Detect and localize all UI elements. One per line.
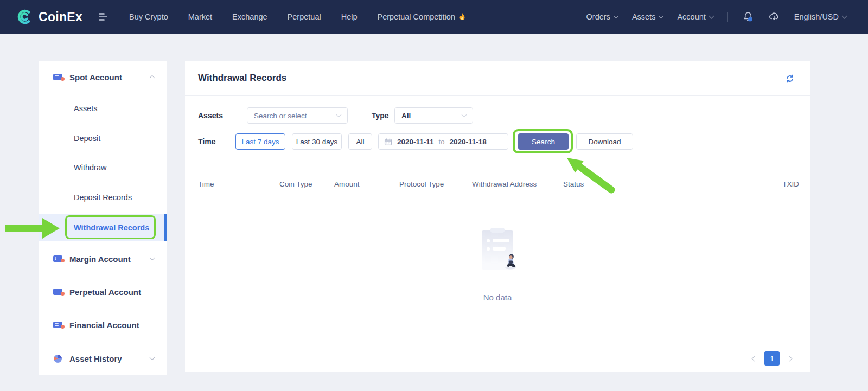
title-divider (185, 95, 810, 96)
sidebar-item-perpetual-account[interactable]: Perpetual Account (39, 284, 167, 300)
chevron-down-icon (659, 14, 664, 19)
hamburger-menu-icon[interactable] (99, 13, 108, 21)
assets-filter-label: Assets (198, 107, 223, 124)
chevron-down-icon (842, 14, 847, 19)
withdrawal-records-panel: Withdrawal Records Assets Search or sele… (185, 61, 810, 372)
perpetual-account-icon (52, 289, 63, 295)
sidebar-item-withdraw[interactable]: Withdraw (39, 159, 167, 176)
top-navbar: CoinEx Buy Crypto Market Exchange Perpet… (0, 0, 868, 34)
nav-right: Orders Assets Account English/USD (586, 11, 846, 23)
column-protocol-type: Protocol Type (399, 180, 472, 188)
nav-market[interactable]: Market (188, 12, 212, 21)
brand-name: CoinEx (39, 10, 82, 24)
calendar-icon (384, 138, 392, 146)
nav-separator (727, 12, 728, 22)
no-data-illustration (482, 230, 513, 270)
financial-account-icon (52, 322, 63, 328)
chevron-down-icon (462, 112, 467, 118)
time-last-7-days-button[interactable]: Last 7 days (235, 133, 285, 150)
column-coin-type: Coin Type (279, 180, 334, 188)
sidebar-item-assets[interactable]: Assets (39, 100, 167, 117)
nav-assets-dropdown[interactable]: Assets (632, 12, 663, 21)
nav-buy-crypto[interactable]: Buy Crypto (129, 12, 168, 21)
nav-perpetual[interactable]: Perpetual (288, 12, 321, 21)
date-separator: to (439, 138, 445, 146)
coinex-logo-icon (15, 8, 34, 26)
chevron-down-icon (613, 14, 618, 19)
refresh-icon[interactable] (785, 74, 795, 86)
coinex-logo[interactable]: CoinEx (15, 8, 82, 26)
asset-history-icon (52, 355, 63, 363)
chevron-down-icon (150, 255, 155, 261)
assets-select[interactable]: Search or select (247, 107, 348, 124)
spot-account-icon (52, 74, 63, 80)
empty-state: No data (185, 230, 810, 302)
previous-page-icon[interactable] (752, 357, 756, 361)
nav-exchange[interactable]: Exchange (232, 12, 267, 21)
sidebar-item-withdrawal-records[interactable]: Withdrawal Records (39, 214, 167, 241)
app-download-icon[interactable] (768, 11, 780, 23)
chevron-down-icon (150, 355, 155, 361)
time-last-30-days-button[interactable]: Last 30 days (292, 133, 342, 150)
nav-account-dropdown[interactable]: Account (677, 12, 713, 21)
type-filter-label: Type (372, 107, 389, 124)
sidebar-item-margin-account[interactable]: Margin Account (39, 251, 167, 267)
locale-selector[interactable]: English/USD (794, 12, 846, 21)
chevron-down-icon (336, 112, 342, 118)
column-time: Time (198, 180, 279, 188)
column-amount: Amount (334, 180, 399, 188)
sidebar-item-deposit[interactable]: Deposit (39, 130, 167, 146)
filter-row-time: Time Last 7 days Last 30 days All 2020-1… (185, 133, 810, 150)
margin-account-icon (52, 255, 63, 262)
chevron-up-icon (150, 75, 155, 81)
search-button[interactable]: Search (518, 133, 569, 150)
account-sidebar: Spot Account Assets Deposit Withdraw Dep… (39, 61, 167, 375)
sidebar-item-financial-account[interactable]: Financial Account (39, 317, 167, 333)
nav-help[interactable]: Help (341, 12, 358, 21)
flame-icon (458, 12, 466, 21)
column-withdrawal-address: Withdrawal Address (472, 180, 563, 188)
type-select[interactable]: All (394, 107, 473, 124)
time-all-button[interactable]: All (348, 133, 372, 150)
date-from-value[interactable]: 2020-11-11 (397, 138, 434, 146)
sitting-person-illustration (503, 253, 518, 272)
date-range-picker[interactable]: 2020-11-11 to 2020-11-18 (378, 133, 508, 150)
filter-row-assets-type: Assets Search or select Type All (185, 107, 810, 124)
sidebar-item-deposit-records[interactable]: Deposit Records (39, 189, 167, 206)
pagination: 1 (752, 351, 792, 366)
sidebar-item-spot-account[interactable]: Spot Account (39, 69, 167, 85)
date-to-value[interactable]: 2020-11-18 (449, 138, 486, 146)
nav-perpetual-competition[interactable]: Perpetual Competition (378, 12, 466, 21)
nav-menu: Buy Crypto Market Exchange Perpetual Hel… (129, 12, 466, 21)
next-page-icon[interactable] (788, 357, 792, 361)
column-txid: TXID (782, 180, 799, 188)
records-table-header: Time Coin Type Amount Protocol Type With… (198, 180, 799, 188)
chevron-down-icon (709, 14, 714, 19)
sidebar-item-asset-history[interactable]: Asset History (39, 350, 167, 367)
column-status: Status (563, 180, 782, 188)
page-number-1[interactable]: 1 (764, 351, 780, 366)
page-title: Withdrawal Records (198, 73, 286, 84)
nav-orders-dropdown[interactable]: Orders (586, 12, 618, 21)
time-filter-label: Time (198, 133, 215, 150)
notification-bell-icon[interactable] (742, 11, 754, 23)
no-data-text: No data (185, 293, 810, 302)
download-button[interactable]: Download (576, 133, 633, 150)
